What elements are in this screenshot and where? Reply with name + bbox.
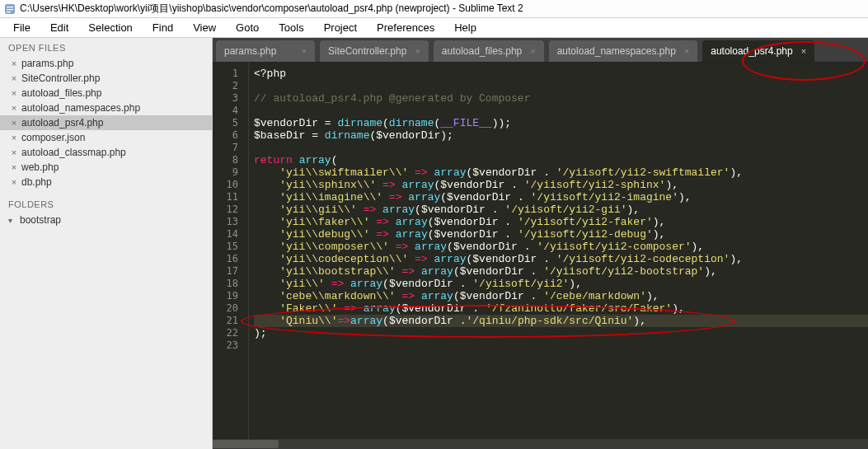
open-file-name: composer.json — [21, 132, 85, 143]
menu-bar: FileEditSelectionFindViewGotoToolsProjec… — [0, 18, 868, 38]
gutter-line: 9 — [213, 166, 238, 179]
tab[interactable]: autoload_psr4.php× — [702, 40, 814, 62]
svg-rect-2 — [7, 9, 13, 10]
chevron-down-icon: ▾ — [8, 216, 20, 225]
app-icon — [3, 2, 16, 16]
gutter-line: 16 — [213, 253, 238, 265]
open-file-name: autoload_files.php — [21, 87, 101, 99]
code-line[interactable]: 'yii\\imagine\\' => array($vendorDir . '… — [254, 191, 868, 203]
menu-help[interactable]: Help — [444, 19, 486, 36]
close-icon[interactable]: × — [8, 58, 20, 68]
editor-area: params.php×SiteController.php×autoload_f… — [213, 38, 868, 449]
open-file[interactable]: ×db.php — [0, 175, 212, 189]
open-file[interactable]: ×autoload_psr4.php — [0, 115, 212, 130]
window-title: C:\Users\HK\Desktop\work\yii项目\yiishop\b… — [20, 2, 523, 16]
tab[interactable]: autoload_files.php× — [434, 40, 544, 62]
scrollbar-thumb[interactable] — [213, 440, 279, 448]
close-icon[interactable]: × — [8, 133, 20, 143]
code-line[interactable]: // autoload_psr4.php @generated by Compo… — [254, 92, 868, 105]
gutter-line: 21 — [213, 315, 238, 327]
code-line[interactable]: 'yii\\composer\\' => array($vendorDir . … — [254, 241, 868, 253]
gutter-line: 22 — [213, 327, 238, 339]
code-line[interactable] — [254, 105, 868, 117]
open-file-name: web.php — [21, 161, 59, 173]
close-icon[interactable]: × — [406, 46, 420, 56]
gutter-line: 14 — [213, 228, 238, 241]
menu-find[interactable]: Find — [143, 19, 183, 36]
gutter-line: 6 — [213, 129, 238, 142]
close-icon[interactable]: × — [8, 177, 20, 187]
close-icon[interactable]: × — [8, 103, 20, 113]
code-area[interactable]: 1234567891011121314151617181920212223 <?… — [213, 63, 868, 449]
tab-label: params.php — [224, 45, 276, 57]
gutter-line: 15 — [213, 241, 238, 253]
open-file[interactable]: ×composer.json — [0, 130, 212, 145]
code-content[interactable]: <?php // autoload_psr4.php @generated by… — [249, 63, 868, 449]
code-line[interactable]: 'yii\\debug\\' => array($vendorDir . '/y… — [254, 228, 868, 241]
open-file[interactable]: ×autoload_files.php — [0, 86, 212, 101]
code-line[interactable]: 'cebe\\markdown\\' => array($vendorDir .… — [254, 290, 868, 302]
open-file[interactable]: ×params.php — [0, 56, 212, 71]
menu-tools[interactable]: Tools — [269, 19, 313, 36]
window-titlebar: C:\Users\HK\Desktop\work\yii项目\yiishop\b… — [0, 0, 868, 18]
open-file-name: autoload_psr4.php — [21, 117, 103, 129]
code-line[interactable]: ); — [254, 327, 868, 339]
gutter-line: 10 — [213, 179, 238, 191]
code-line[interactable]: 'yii\\faker\\' => array($vendorDir . '/y… — [254, 216, 868, 228]
code-line[interactable]: $vendorDir = dirname(dirname(__FILE__)); — [254, 117, 868, 129]
code-line[interactable]: 'Faker\\' => array($vendorDir . '/fzanin… — [254, 302, 868, 315]
close-icon[interactable]: × — [8, 162, 20, 172]
gutter-line: 17 — [213, 265, 238, 278]
menu-project[interactable]: Project — [314, 19, 367, 36]
code-line[interactable]: return array( — [254, 154, 868, 166]
code-line[interactable]: 'yii\\swiftmailer\\' => array($vendorDir… — [254, 166, 868, 179]
close-icon[interactable]: × — [8, 118, 20, 128]
gutter-line: 3 — [213, 92, 238, 105]
code-line[interactable] — [254, 142, 868, 154]
close-icon[interactable]: × — [676, 46, 689, 56]
open-file-name: autoload_namespaces.php — [21, 102, 140, 114]
horizontal-scrollbar[interactable] — [213, 439, 868, 449]
tab-label: autoload_files.php — [442, 45, 522, 57]
open-file[interactable]: ×web.php — [0, 160, 212, 175]
folder-item[interactable]: ▾bootstrap — [0, 213, 212, 227]
code-line[interactable]: 'yii\\bootstrap\\' => array($vendorDir .… — [254, 265, 868, 278]
tab-label: SiteController.php — [328, 45, 406, 57]
code-line[interactable]: $baseDir = dirname($vendorDir); — [254, 129, 868, 142]
gutter-line: 12 — [213, 203, 238, 216]
code-line[interactable]: <?php — [254, 68, 868, 80]
close-icon[interactable]: × — [8, 73, 20, 83]
tab[interactable]: SiteController.php× — [320, 40, 429, 62]
code-line[interactable] — [254, 339, 868, 352]
menu-selection[interactable]: Selection — [78, 19, 142, 36]
close-icon[interactable]: × — [793, 46, 806, 56]
menu-view[interactable]: View — [183, 19, 226, 36]
menu-file[interactable]: File — [3, 19, 40, 36]
sidebar: OPEN FILES ×params.php×SiteController.ph… — [0, 38, 213, 449]
open-file[interactable]: ×autoload_classmap.php — [0, 145, 212, 160]
tab[interactable]: autoload_namespaces.php× — [549, 40, 698, 62]
code-line[interactable] — [254, 80, 868, 92]
gutter: 1234567891011121314151617181920212223 — [213, 63, 249, 449]
code-line[interactable]: 'Qiniu\\'=>array($vendorDir .'/qiniu/php… — [254, 315, 868, 327]
menu-edit[interactable]: Edit — [40, 19, 78, 36]
close-icon[interactable]: × — [8, 147, 20, 157]
close-icon[interactable]: × — [293, 46, 307, 56]
gutter-line: 5 — [213, 117, 238, 129]
open-file-name: autoload_classmap.php — [21, 147, 126, 158]
gutter-line: 11 — [213, 191, 238, 203]
svg-rect-1 — [7, 7, 13, 7]
tab[interactable]: params.php× — [216, 40, 315, 62]
open-file-name: params.php — [21, 58, 73, 69]
menu-goto[interactable]: Goto — [226, 19, 269, 36]
code-line[interactable]: 'yii\\codeception\\' => array($vendorDir… — [254, 253, 868, 265]
open-file[interactable]: ×autoload_namespaces.php — [0, 101, 212, 115]
menu-preferences[interactable]: Preferences — [367, 19, 444, 36]
gutter-line: 23 — [213, 339, 238, 352]
code-line[interactable]: 'yii\\' => array($vendorDir . '/yiisoft/… — [254, 278, 868, 290]
code-line[interactable]: 'yii\\sphinx\\' => array($vendorDir . '/… — [254, 179, 868, 191]
close-icon[interactable]: × — [8, 88, 20, 98]
open-file[interactable]: ×SiteController.php — [0, 71, 212, 86]
code-line[interactable]: 'yii\\gii\\' => array($vendorDir . '/yii… — [254, 203, 868, 216]
close-icon[interactable]: × — [522, 46, 535, 56]
